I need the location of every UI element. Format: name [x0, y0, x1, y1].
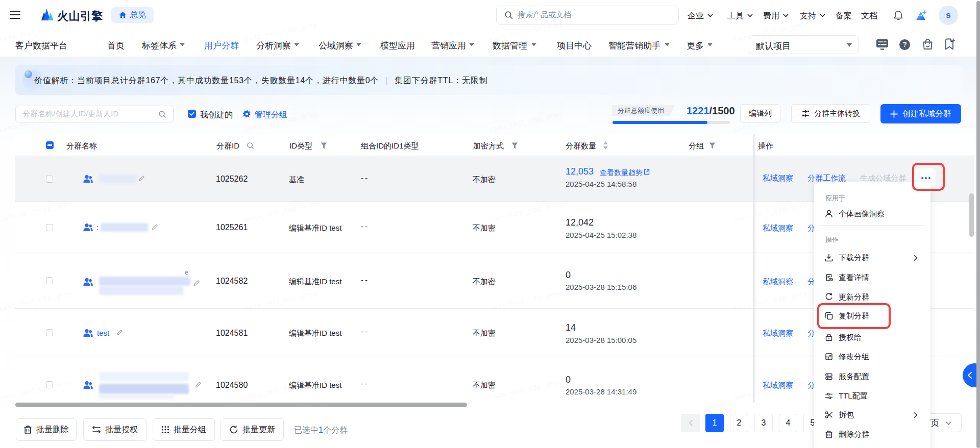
svg-text:?: ?	[902, 40, 907, 48]
